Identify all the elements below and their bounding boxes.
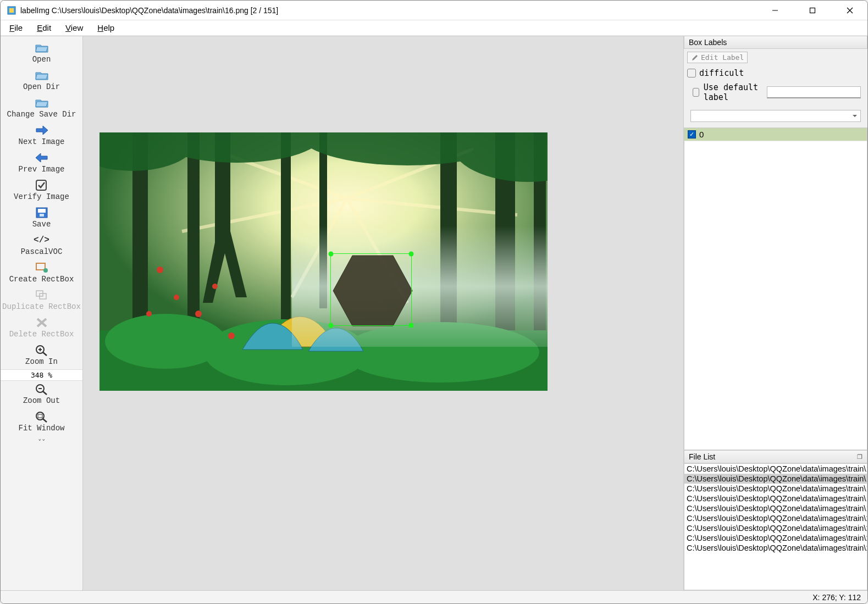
fit-window-icon (35, 411, 49, 423)
close-button[interactable] (839, 2, 861, 19)
cursor-coordinates: X: 276; Y: 112 (812, 593, 861, 602)
zoom-out-button[interactable]: Zoom Out (1, 381, 82, 408)
file-row[interactable]: C:\Users\louis\Desktop\QQZone\data\image… (684, 503, 867, 513)
next-image-button[interactable]: Next Image (1, 122, 82, 149)
file-row[interactable]: C:\Users\louis\Desktop\QQZone\data\image… (684, 543, 867, 553)
bounding-box[interactable] (330, 253, 412, 326)
file-list-panel: File List ❐ C:\Users\louis\Desktop\QQZon… (684, 450, 867, 590)
menubar: File Edit View Help (1, 20, 867, 36)
bbox-handle-tr[interactable] (409, 252, 414, 257)
loaded-image (99, 132, 548, 391)
arrow-right-icon (35, 124, 49, 136)
svg-line-17 (43, 352, 47, 356)
delete-rectbox-button[interactable]: Delete RectBox (1, 314, 82, 342)
bbox-handle-bl[interactable] (329, 323, 334, 328)
svg-rect-8 (38, 209, 46, 213)
label-item[interactable]: ✓ 0 (684, 128, 867, 141)
svg-point-54 (146, 311, 152, 317)
bbox-handle-tl[interactable] (329, 252, 334, 257)
file-row[interactable]: C:\Users\louis\Desktop\QQZone\data\image… (684, 494, 867, 503)
canvas[interactable] (83, 36, 683, 590)
label-combobox[interactable] (690, 110, 861, 122)
svg-point-51 (195, 311, 202, 317)
use-default-checkbox[interactable] (693, 88, 699, 97)
svg-point-49 (157, 267, 163, 273)
open-button[interactable]: Open (1, 40, 82, 67)
svg-rect-9 (40, 214, 44, 217)
box-labels-header: Box Labels (684, 36, 867, 49)
svg-line-21 (43, 391, 47, 395)
toolbar: Open Open Dir Change Save Dir Next Image… (1, 36, 83, 590)
svg-point-11 (43, 268, 48, 273)
arrow-left-icon (35, 152, 49, 164)
label-item-checkbox[interactable]: ✓ (688, 130, 696, 138)
duplicate-rectbox-button[interactable]: Duplicate RectBox (1, 287, 82, 314)
file-row[interactable]: C:\Users\louis\Desktop\QQZone\data\image… (684, 464, 867, 474)
svg-rect-1 (9, 8, 14, 13)
prev-image-button[interactable]: Prev Image (1, 149, 82, 177)
window-controls (764, 2, 861, 19)
verify-image-button[interactable]: Verify Image (1, 177, 82, 204)
fit-window-button[interactable]: Fit Window (1, 408, 82, 436)
titlebar: labelImg C:\Users\louis\Desktop\QQZone\d… (1, 1, 867, 20)
save-button[interactable]: Save (1, 204, 82, 232)
main-area: Open Open Dir Change Save Dir Next Image… (1, 36, 867, 590)
svg-rect-3 (810, 8, 815, 13)
maximize-button[interactable] (801, 2, 823, 19)
file-row[interactable]: C:\Users\louis\Desktop\QQZone\data\image… (684, 474, 867, 484)
svg-rect-25 (38, 414, 42, 418)
right-panel: Box Labels Edit Label difficult Use defa… (683, 36, 867, 590)
floppy-icon (35, 207, 49, 219)
label-item-text: 0 (699, 130, 704, 139)
file-row[interactable]: C:\Users\louis\Desktop\QQZone\data\image… (684, 523, 867, 533)
pencil-icon (691, 54, 699, 62)
folder-save-icon (35, 97, 49, 109)
bbox-handle-br[interactable] (409, 323, 414, 328)
window-title: labelImg C:\Users\louis\Desktop\QQZone\d… (20, 6, 764, 15)
menu-view[interactable]: View (62, 22, 86, 34)
svg-point-50 (174, 295, 179, 300)
menu-file[interactable]: File (6, 22, 26, 34)
statusbar: X: 276; Y: 112 (1, 590, 867, 603)
svg-rect-35 (281, 132, 291, 319)
file-row[interactable]: C:\Users\louis\Desktop\QQZone\data\image… (684, 484, 867, 494)
code-icon: </> (35, 234, 49, 246)
checkbox-icon (687, 69, 696, 77)
rect-create-icon (35, 262, 49, 274)
delete-icon (35, 317, 49, 329)
menu-edit[interactable]: Edit (34, 22, 54, 34)
edit-label-button[interactable]: Edit Label (687, 52, 748, 63)
file-row[interactable]: C:\Users\louis\Desktop\QQZone\data\image… (684, 533, 867, 543)
toolbar-more[interactable]: ˅˅ (1, 436, 82, 448)
svg-rect-34 (187, 132, 200, 330)
difficult-checkbox[interactable]: difficult (684, 66, 867, 80)
svg-line-24 (43, 419, 47, 422)
svg-point-52 (212, 284, 218, 289)
open-dir-button[interactable]: Open Dir (1, 67, 82, 95)
app-icon (7, 6, 16, 15)
format-button[interactable]: </> PascalVOC (1, 232, 82, 259)
box-labels-panel: Box Labels Edit Label difficult Use defa… (684, 36, 867, 450)
label-list[interactable]: ✓ 0 (684, 128, 867, 450)
zoom-in-icon (35, 344, 49, 356)
create-rectbox-button[interactable]: Create RectBox (1, 259, 82, 287)
file-row[interactable]: C:\Users\louis\Desktop\QQZone\data\image… (684, 513, 867, 523)
minimize-button[interactable] (764, 2, 786, 19)
folder-open-icon (35, 42, 49, 54)
menu-help[interactable]: Help (94, 22, 118, 34)
svg-rect-6 (36, 180, 46, 190)
zoom-value[interactable]: 348 % (1, 369, 82, 381)
default-label-input[interactable] (767, 86, 861, 98)
undock-icon[interactable]: ❐ (857, 453, 863, 461)
file-list[interactable]: C:\Users\louis\Desktop\QQZone\data\image… (684, 463, 867, 590)
folder-icon (35, 69, 49, 81)
use-default-label-text: Use default label (704, 82, 762, 102)
svg-rect-10 (36, 263, 45, 270)
file-list-header: File List ❐ (684, 450, 867, 463)
svg-point-53 (228, 333, 235, 339)
change-save-dir-button[interactable]: Change Save Dir (1, 95, 82, 122)
zoom-in-button[interactable]: Zoom In (1, 342, 82, 369)
checkbox-icon (35, 179, 49, 191)
zoom-out-icon (35, 383, 49, 395)
duplicate-icon (35, 289, 49, 301)
